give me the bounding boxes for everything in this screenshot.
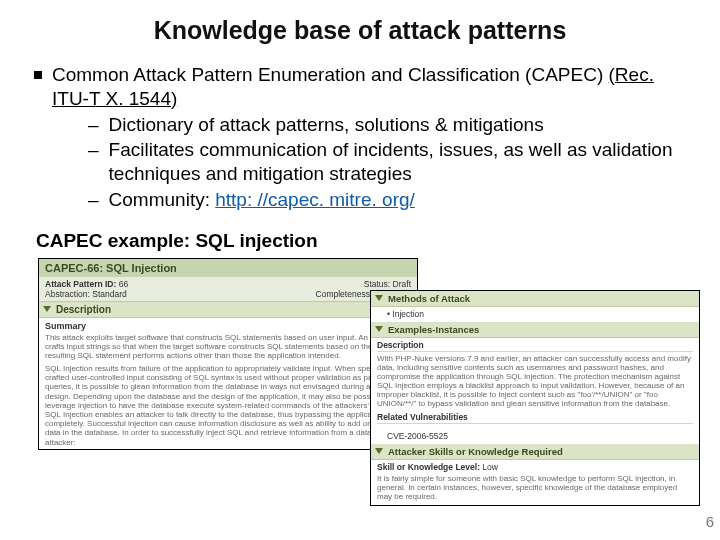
- desc-text: With PHP-Nuke versions 7.9 and earlier, …: [377, 354, 693, 409]
- chevron-down-icon: [375, 326, 383, 332]
- description-header-label: Description: [56, 304, 111, 315]
- sub3-lead: Community:: [109, 189, 216, 210]
- capec-url-link[interactable]: http: //capec. mitre. org/: [215, 189, 415, 210]
- sub-bullet-2: Facilitates communication of incidents, …: [109, 138, 686, 186]
- abstraction-value: Abstraction: Standard: [45, 289, 127, 299]
- skills-header: Attacker Skills or Knowledge Required: [371, 444, 699, 460]
- chevron-down-icon: [375, 448, 383, 454]
- embedded-screenshots: CAPEC-66: SQL Injection Attack Pattern I…: [34, 258, 686, 458]
- chevron-down-icon: [375, 295, 383, 301]
- skills-header-label: Attacker Skills or Knowledge Required: [388, 446, 563, 457]
- methods-header-label: Methods of Attack: [388, 293, 470, 304]
- chevron-down-icon: [43, 306, 51, 312]
- examples-header-label: Examples-Instances: [388, 324, 479, 335]
- id-value: 66: [119, 279, 128, 289]
- examples-header: Examples-Instances: [371, 322, 699, 338]
- desc-label: Description: [377, 340, 693, 352]
- capec-right-panel: Methods of Attack Injection Examples-Ins…: [370, 290, 700, 507]
- sub-bullet-1: Dictionary of attack patterns, solutions…: [109, 113, 686, 137]
- page-number: 6: [706, 513, 714, 530]
- id-label: Attack Pattern ID:: [45, 279, 116, 289]
- capec-left-panel: CAPEC-66: SQL Injection Attack Pattern I…: [38, 258, 418, 450]
- dash-icon: –: [88, 113, 99, 137]
- bullet-lead: Common Attack Pattern Enumeration and Cl…: [52, 64, 609, 85]
- methods-item: Injection: [371, 307, 699, 322]
- bullet-square-icon: [34, 71, 42, 79]
- sub-bullet-3: Community: http: //capec. mitre. org/: [109, 188, 686, 212]
- skill-label: Skill or Knowledge Level:: [377, 462, 480, 472]
- summary-label: Summary: [45, 321, 411, 331]
- methods-header: Methods of Attack: [371, 291, 699, 307]
- summary-p1: This attack exploits target software tha…: [45, 333, 411, 361]
- page-title: Knowledge base of attack patterns: [34, 16, 686, 45]
- capec-meta-bar: Attack Pattern ID: 66 Abstraction: Stand…: [39, 277, 417, 301]
- status-value: Status: Draft: [364, 279, 411, 289]
- dash-icon: –: [88, 188, 99, 212]
- example-heading: CAPEC example: SQL injection: [36, 230, 686, 252]
- skill-value: Low: [482, 462, 498, 472]
- skill-text: It is fairly simple for someone with bas…: [377, 474, 693, 502]
- summary-p2: SQL Injection results from failure of th…: [45, 364, 411, 447]
- relvuln-label: Related Vulnerabilities: [377, 412, 693, 424]
- bullet-main: Common Attack Pattern Enumeration and Cl…: [52, 63, 686, 212]
- body-text: Common Attack Pattern Enumeration and Cl…: [34, 63, 686, 212]
- cve-value: CVE-2006-5525: [371, 430, 699, 444]
- dash-icon: –: [88, 138, 99, 186]
- description-header: Description: [39, 301, 417, 318]
- capec-id-bar: CAPEC-66: SQL Injection: [39, 259, 417, 277]
